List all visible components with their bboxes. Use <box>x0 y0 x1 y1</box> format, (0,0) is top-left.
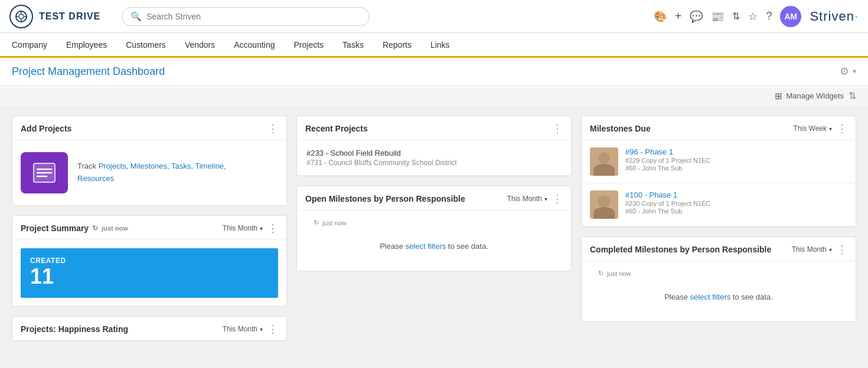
news-icon[interactable]: 📰 <box>711 10 724 23</box>
milestones-due-header: Milestones Due This Week ⋮ <box>582 116 856 140</box>
created-label: CREATED <box>30 257 269 265</box>
help-icon[interactable]: ? <box>766 10 772 22</box>
search-input[interactable] <box>146 12 361 21</box>
add-projects-header: Add Projects ⋮ <box>12 116 286 140</box>
recent-projects-menu[interactable]: ⋮ <box>552 123 563 134</box>
nav-projects[interactable]: Projects <box>292 34 327 55</box>
track-tasks-link[interactable]: Tasks <box>171 162 191 170</box>
completed-milestones-menu[interactable]: ⋮ <box>837 244 847 255</box>
settings-dropdown-icon[interactable]: ▾ <box>853 67 856 75</box>
milestone-avatar-1 <box>590 147 618 176</box>
milestones-due-period[interactable]: This Week <box>794 124 832 133</box>
open-milestones-refresh: just now <box>305 219 563 230</box>
nav-reports[interactable]: Reports <box>380 34 414 55</box>
completed-milestones-controls: This Month ⋮ <box>792 244 847 255</box>
happiness-title: Projects: Happiness Rating <box>21 324 128 334</box>
chat-icon[interactable]: 💬 <box>690 10 703 23</box>
open-milestones-filter-link[interactable]: select filters <box>406 242 446 251</box>
main-nav: Company Employees Customers Vendors Acco… <box>0 33 868 58</box>
completed-milestones-body: just now Please select filters to see da… <box>582 261 856 321</box>
svg-point-1 <box>19 14 24 19</box>
nav-customers[interactable]: Customers <box>123 34 168 55</box>
project-summary-refresh-icon[interactable] <box>92 224 98 232</box>
happiness-widget: Projects: Happiness Rating This Month ⋮ <box>12 316 287 341</box>
project-summary-menu[interactable]: ⋮ <box>267 223 278 234</box>
milestone-avatar-2 <box>590 190 618 219</box>
toolbar: ⊞ Manage Widgets ⇅ <box>0 86 868 106</box>
project-summary-controls: This Month ⋮ <box>223 223 278 234</box>
project-summary-refresh-time: just now <box>102 225 128 232</box>
open-milestones-menu[interactable]: ⋮ <box>552 193 563 204</box>
track-projects-link[interactable]: Projects <box>99 162 126 170</box>
manage-widgets-button[interactable]: ⊞ Manage Widgets <box>775 91 844 101</box>
manage-widgets-label: Manage Widgets <box>786 91 844 100</box>
nav-accounting[interactable]: Accounting <box>231 34 277 55</box>
milestone-info-2: #100 - Phase 1 #230 Copy of 1 Project N1… <box>625 190 710 215</box>
recent-project-item: #233 - School Field Rebuild #731 - Counc… <box>297 140 571 176</box>
open-milestones-controls: This Month ⋮ <box>507 193 563 204</box>
milestones-due-body: #96 - Phase 1 #229 Copy of 1 Project N1E… <box>582 140 856 226</box>
add-projects-widget: Add Projects ⋮ Track Projects, Milestone… <box>12 116 287 206</box>
created-bar: CREATED 11 <box>21 248 278 298</box>
open-milestones-refresh-icon[interactable] <box>314 219 319 226</box>
recent-project-sub: #731 - Council Bluffs Community School D… <box>306 159 562 167</box>
search-bar[interactable]: 🔍 <box>122 7 370 26</box>
completed-milestones-header: Completed Milestones by Person Responsib… <box>582 237 856 261</box>
completed-milestones-title: Completed Milestones by Person Responsib… <box>590 245 771 254</box>
project-icon-box <box>21 152 68 193</box>
nav-links[interactable]: Links <box>428 34 452 55</box>
completed-milestones-period[interactable]: This Month <box>792 245 832 254</box>
milestone-info-1: #96 - Phase 1 #229 Copy of 1 Project N1E… <box>625 147 710 172</box>
nav-company[interactable]: Company <box>9 34 50 55</box>
star-icon[interactable]: ☆ <box>748 10 758 23</box>
milestones-due-title: Milestones Due <box>590 124 651 133</box>
project-summary-chevron <box>260 224 263 232</box>
add-projects-menu[interactable]: ⋮ <box>267 123 278 134</box>
milestone-avatar-face-1 <box>590 147 618 176</box>
search-icon: 🔍 <box>130 11 142 22</box>
milestone-title-2[interactable]: #100 - Phase 1 <box>625 190 710 199</box>
completed-milestones-refresh-icon[interactable] <box>598 270 603 277</box>
nav-tasks[interactable]: Tasks <box>340 34 366 55</box>
completed-milestones-filter-link[interactable]: select filters <box>690 293 731 301</box>
page-header-actions: ⚙ ▾ <box>840 65 856 78</box>
nav-vendors[interactable]: Vendors <box>182 34 217 55</box>
open-milestones-message: Please select filters to see data. <box>305 230 563 262</box>
recent-projects-header: Recent Projects ⋮ <box>297 116 571 140</box>
filter-icon[interactable]: ⇅ <box>732 11 740 22</box>
widgets-grid: Add Projects ⋮ Track Projects, Milestone… <box>12 116 856 341</box>
happiness-period[interactable]: This Month <box>223 325 263 333</box>
completed-milestones-refresh: just now <box>590 270 847 281</box>
reorder-icon[interactable]: ⇅ <box>849 90 856 101</box>
open-milestones-title: Open Milestones by Person Responsible <box>305 194 465 203</box>
open-milestones-header: Open Milestones by Person Responsible Th… <box>297 186 571 211</box>
settings-icon[interactable]: ⚙ <box>840 65 849 78</box>
recent-project-name[interactable]: #233 - School Field Rebuild <box>306 149 562 157</box>
right-column: Milestones Due This Week ⋮ <box>581 116 856 341</box>
track-resources-link[interactable]: Resources <box>77 174 114 183</box>
project-summary-period[interactable]: This Month <box>223 224 263 232</box>
milestone-avatar-face-2 <box>590 190 618 219</box>
add-icon[interactable]: + <box>675 9 682 23</box>
milestones-due-controls: This Week ⋮ <box>794 123 847 134</box>
milestone-item-1: #96 - Phase 1 #229 Copy of 1 Project N1E… <box>582 140 856 183</box>
happiness-controls: This Month ⋮ <box>223 324 278 334</box>
project-summary-title: Project Summary <box>21 224 89 233</box>
avatar[interactable]: AM <box>780 6 801 27</box>
open-milestones-period[interactable]: This Month <box>507 195 547 203</box>
brand-name: Striven· <box>810 9 859 24</box>
recent-projects-body: #233 - School Field Rebuild #731 - Counc… <box>297 140 571 176</box>
happiness-menu[interactable]: ⋮ <box>267 324 278 334</box>
nav-employees[interactable]: Employees <box>64 34 109 55</box>
top-nav: TEST DRIVE 🔍 🎨 + 💬 📰 ⇅ ☆ ? AM Striven· <box>0 0 868 33</box>
palette-icon[interactable]: 🎨 <box>654 10 667 23</box>
milestones-due-menu[interactable]: ⋮ <box>837 123 847 134</box>
milestone-person-1: #60 - John The Sub <box>625 165 710 172</box>
track-text: Track Projects, Milestones, Tasks, Timel… <box>77 160 226 185</box>
track-milestones-link[interactable]: Milestones <box>130 162 167 170</box>
milestone-title-1[interactable]: #96 - Phase 1 <box>625 147 710 156</box>
brand-accent: · <box>854 9 859 24</box>
recent-projects-title: Recent Projects <box>305 124 368 133</box>
middle-column: Recent Projects ⋮ #233 - School Field Re… <box>296 116 572 341</box>
track-timeline-link[interactable]: Timeline <box>195 162 224 170</box>
